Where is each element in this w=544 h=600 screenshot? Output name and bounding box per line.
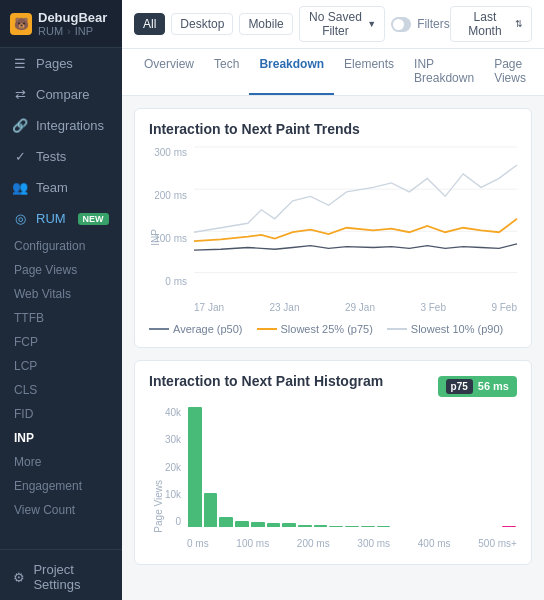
submenu-fcp[interactable]: FCP bbox=[0, 330, 122, 354]
submenu-fid[interactable]: FID bbox=[0, 402, 122, 426]
hist-bar bbox=[345, 526, 359, 527]
p75-badge: p75 56 ms bbox=[438, 376, 517, 397]
pages-icon: ☰ bbox=[12, 56, 28, 71]
hist-bar bbox=[377, 526, 391, 527]
legend-p90: Slowest 10% (p90) bbox=[387, 323, 503, 335]
hist-y-title: Page Views bbox=[153, 480, 164, 533]
hist-bar bbox=[188, 407, 202, 527]
submenu-inp[interactable]: INP bbox=[0, 426, 122, 450]
hist-bar bbox=[251, 522, 265, 527]
legend-p75: Slowest 25% (p75) bbox=[257, 323, 373, 335]
content-area: Interaction to Next Paint Trends 300 ms … bbox=[122, 96, 544, 600]
tab-tech[interactable]: Tech bbox=[204, 49, 249, 95]
histogram-header: Interaction to Next Paint Histogram p75 … bbox=[149, 373, 517, 399]
p75-label: p75 bbox=[446, 379, 473, 394]
hist-bar bbox=[314, 525, 328, 527]
tab-overview[interactable]: Overview bbox=[134, 49, 204, 95]
sidebar-item-pages[interactable]: ☰ Pages bbox=[0, 48, 122, 79]
tab-table[interactable]: Table bbox=[536, 49, 544, 95]
line-chart-svg bbox=[194, 147, 517, 273]
breadcrumb-rum: RUM bbox=[38, 25, 63, 37]
hist-bar bbox=[219, 517, 233, 527]
submenu-configuration[interactable]: Configuration bbox=[0, 234, 122, 258]
line-chart-area: 300 ms 200 ms 100 ms 0 ms INP bbox=[149, 147, 517, 317]
tab-breakdown[interactable]: Breakdown bbox=[249, 49, 334, 95]
submenu-page-views[interactable]: Page Views bbox=[0, 258, 122, 282]
compare-icon: ⇄ bbox=[12, 87, 28, 102]
filters-toggle[interactable] bbox=[391, 17, 411, 32]
tab-elements[interactable]: Elements bbox=[334, 49, 404, 95]
sidebar-item-compare[interactable]: ⇄ Compare bbox=[0, 79, 122, 110]
topbar: All Desktop Mobile No Saved Filter ▼ Fil… bbox=[122, 0, 544, 49]
hist-bar bbox=[361, 526, 375, 527]
tab-page-views[interactable]: Page Views bbox=[484, 49, 536, 95]
sidebar-item-integrations[interactable]: 🔗 Integrations bbox=[0, 110, 122, 141]
main-content: All Desktop Mobile No Saved Filter ▼ Fil… bbox=[122, 0, 544, 600]
sidebar-item-tests[interactable]: ✓ Tests bbox=[0, 141, 122, 172]
hist-bar bbox=[235, 521, 249, 527]
submenu-ttfb[interactable]: TTFB bbox=[0, 306, 122, 330]
sidebar: 🐻 DebugBear RUM › INP ☰ Pages ⇄ Compare … bbox=[0, 0, 122, 600]
filter-mobile[interactable]: Mobile bbox=[239, 13, 292, 35]
submenu-web-vitals[interactable]: Web Vitals bbox=[0, 282, 122, 306]
breadcrumb: RUM › INP bbox=[38, 25, 107, 37]
sidebar-item-team[interactable]: 👥 Team bbox=[0, 172, 122, 203]
date-picker[interactable]: Last Month ⇅ bbox=[450, 6, 532, 42]
line-chart-card: Interaction to Next Paint Trends 300 ms … bbox=[134, 108, 532, 348]
line-chart-title: Interaction to Next Paint Trends bbox=[149, 121, 517, 137]
tests-icon: ✓ bbox=[12, 149, 28, 164]
hist-bar bbox=[329, 526, 343, 527]
submenu-view-count[interactable]: View Count bbox=[0, 498, 122, 522]
settings-icon: ⚙ bbox=[12, 570, 25, 585]
submenu-more[interactable]: More bbox=[0, 450, 122, 474]
hist-bar bbox=[502, 526, 516, 527]
hist-bar bbox=[267, 523, 281, 527]
histogram-card: Interaction to Next Paint Histogram p75 … bbox=[134, 360, 532, 565]
team-icon: 👥 bbox=[12, 180, 28, 195]
app-name: DebugBear bbox=[38, 10, 107, 25]
logo-icon: 🐻 bbox=[10, 13, 32, 35]
chart-legend: Average (p50) Slowest 25% (p75) Slowest … bbox=[149, 323, 517, 335]
filter-all[interactable]: All bbox=[134, 13, 165, 35]
sidebar-logo: 🐻 DebugBear RUM › INP bbox=[0, 0, 122, 48]
filters-label: Filters bbox=[417, 17, 450, 31]
dropdown-icon: ▼ bbox=[367, 19, 376, 29]
caret-icon: ⇅ bbox=[515, 19, 523, 29]
filter-saved[interactable]: No Saved Filter ▼ bbox=[299, 6, 385, 42]
histogram-title: Interaction to Next Paint Histogram bbox=[149, 373, 383, 389]
submenu-cls[interactable]: CLS bbox=[0, 378, 122, 402]
submenu-lcp[interactable]: LCP bbox=[0, 354, 122, 378]
legend-avg: Average (p50) bbox=[149, 323, 243, 335]
hist-bars-area bbox=[187, 407, 517, 527]
hist-bar bbox=[282, 523, 296, 527]
filter-group: All Desktop Mobile No Saved Filter ▼ Fil… bbox=[134, 6, 450, 42]
breadcrumb-inp: INP bbox=[75, 25, 93, 37]
tabs-bar: Overview Tech Breakdown Elements INP Bre… bbox=[122, 49, 544, 96]
p75-value: 56 ms bbox=[478, 380, 509, 392]
y-axis-labels: 300 ms 200 ms 100 ms 0 ms bbox=[149, 147, 187, 287]
submenu-engagement[interactable]: Engagement bbox=[0, 474, 122, 498]
sidebar-project-settings[interactable]: ⚙ Project Settings bbox=[0, 554, 122, 600]
rum-submenu: Configuration Page Views Web Vitals TTFB… bbox=[0, 234, 122, 522]
y-axis-title: INP bbox=[150, 229, 161, 246]
hist-bar bbox=[204, 493, 218, 527]
hist-x-labels: 0 ms 100 ms 200 ms 300 ms 400 ms 500 ms+ bbox=[187, 530, 517, 552]
integrations-icon: 🔗 bbox=[12, 118, 28, 133]
histogram-chart: 40k 30k 20k 10k 0 Page Views 0 ms 100 ms… bbox=[149, 407, 517, 552]
sidebar-item-rum[interactable]: ◎ RUM NEW bbox=[0, 203, 122, 234]
tab-inp-breakdown[interactable]: INP Breakdown bbox=[404, 49, 484, 95]
hist-bar bbox=[298, 525, 312, 527]
filter-desktop[interactable]: Desktop bbox=[171, 13, 233, 35]
x-axis-labels: 17 Jan 23 Jan 29 Jan 3 Feb 9 Feb bbox=[194, 289, 517, 317]
rum-icon: ◎ bbox=[12, 211, 28, 226]
rum-badge: NEW bbox=[78, 213, 109, 225]
